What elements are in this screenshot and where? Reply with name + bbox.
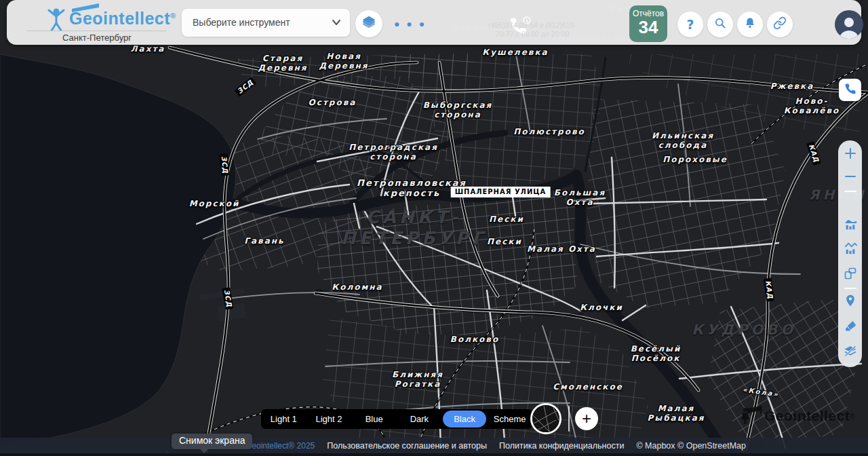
- footer-privacy-link[interactable]: Политика конфиденциальности: [499, 441, 624, 451]
- reports-badge[interactable]: Отчётов 34: [629, 5, 667, 42]
- bottom-divider: [568, 406, 570, 432]
- eraser-button[interactable]: [843, 318, 858, 333]
- brand-title: Geointellect®: [69, 9, 176, 28]
- theme-option-blue[interactable]: Blue: [352, 411, 396, 428]
- bottom-strip: [0, 453, 868, 456]
- more-options-button[interactable]: ● ● ●: [394, 18, 427, 29]
- compare-layouts-button[interactable]: [843, 266, 858, 281]
- screenshot-tooltip: Снимок экрана: [172, 434, 252, 449]
- user-avatar[interactable]: [835, 10, 863, 39]
- search-icon: [713, 16, 727, 33]
- panel-divider: [844, 191, 856, 192]
- map-render: [0, 0, 868, 456]
- search-button[interactable]: [707, 12, 733, 37]
- brand-city-label: Санкт-Петербург: [27, 33, 167, 43]
- reports-count: 34: [629, 18, 667, 37]
- link-icon: [773, 16, 787, 33]
- layers-button[interactable]: [355, 10, 382, 37]
- layers-off-button[interactable]: [843, 343, 858, 358]
- map-tools-panel: [838, 140, 862, 367]
- brand-block[interactable]: Geointellect® Санкт-Петербург: [22, 1, 172, 43]
- theme-option-scheme[interactable]: Scheme: [488, 411, 532, 428]
- preview-map-icon: [532, 405, 559, 432]
- map-canvas[interactable]: ЛахтаСтарая ДеревняНовая ДеревняКушелевк…: [0, 0, 868, 456]
- call-button[interactable]: [839, 79, 861, 101]
- link-button[interactable]: [767, 12, 793, 37]
- layers-icon: [361, 15, 376, 33]
- footer-brand-link[interactable]: Geointellect® 2025: [245, 441, 315, 451]
- bell-icon: [743, 16, 757, 33]
- watermark-reg: ®: [850, 413, 854, 420]
- help-button[interactable]: ?: [677, 12, 703, 37]
- theme-option-light1[interactable]: Light 1: [262, 411, 306, 428]
- tool-dropdown[interactable]: Выберите инструмент: [182, 9, 350, 37]
- add-button[interactable]: +: [575, 407, 598, 430]
- avatar-silhouette-icon: [835, 16, 863, 39]
- zoom-out-button[interactable]: [843, 169, 858, 184]
- brand-reg: ®: [170, 12, 176, 20]
- brand-divider: [27, 31, 167, 31]
- watermark-text: Geointellect: [764, 408, 850, 424]
- tool-dropdown-value: Выберите инструмент: [193, 9, 290, 37]
- phone-numbers-note: (495)374-09-54 и (812)610- 70-77 с 09:00…: [475, 21, 590, 39]
- header-bar: Geointellect® Санкт-Петербург Выберите и…: [7, 0, 861, 45]
- footer-attribution: © Mapbox © OpenStreetMap: [636, 441, 746, 451]
- chevron-down-icon: [331, 18, 342, 30]
- zoom-in-button[interactable]: [843, 146, 858, 161]
- panel-divider: [844, 288, 856, 289]
- footer-terms-link[interactable]: Пользовательское соглашение и авторы: [327, 441, 487, 451]
- footer-bar: Geointellect® 2025 Пользовательское согл…: [0, 438, 868, 453]
- map-brand-watermark: Geointellect ®: [741, 404, 855, 428]
- theme-option-light2[interactable]: Light 2: [307, 411, 351, 428]
- basemap-preview-thumbnail[interactable]: [530, 403, 561, 434]
- theme-option-dark[interactable]: Dark: [397, 411, 441, 428]
- basemap-theme-bar: Light 1 Light 2 Blue Dark Black Scheme: [261, 409, 532, 429]
- question-icon: ?: [686, 17, 694, 32]
- chart-report-button[interactable]: [843, 241, 858, 256]
- location-pin-button[interactable]: [843, 293, 858, 308]
- phone-icon: [844, 83, 856, 98]
- notifications-button[interactable]: [737, 12, 763, 37]
- app-window: ЛахтаСтарая ДеревняНовая ДеревняКушелевк…: [0, 0, 868, 456]
- person-logo-icon: [46, 7, 66, 34]
- theme-option-black[interactable]: Black: [443, 411, 487, 428]
- area-report-button[interactable]: [843, 216, 858, 231]
- plus-icon: +: [582, 411, 591, 427]
- flag-logo-icon: [741, 404, 764, 428]
